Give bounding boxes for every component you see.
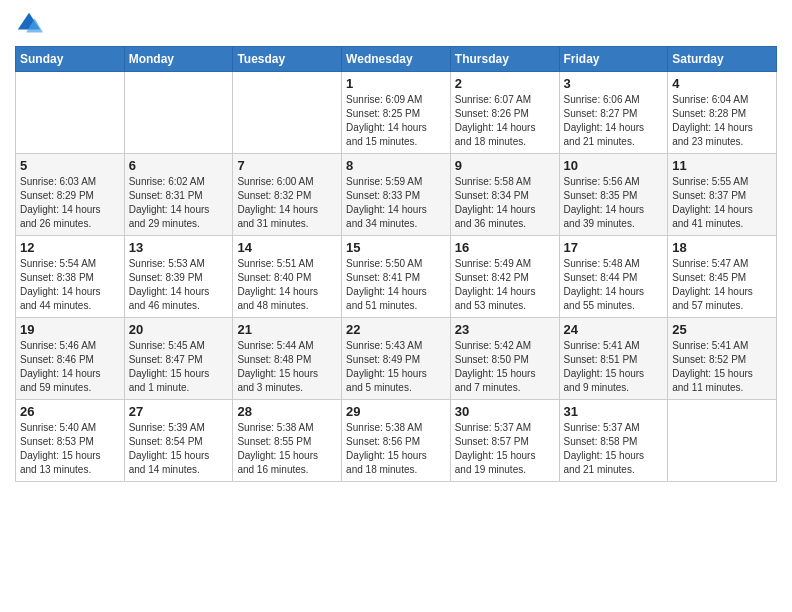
day-number: 7	[237, 158, 337, 173]
calendar-cell: 1Sunrise: 6:09 AM Sunset: 8:25 PM Daylig…	[342, 72, 451, 154]
calendar-cell: 22Sunrise: 5:43 AM Sunset: 8:49 PM Dayli…	[342, 318, 451, 400]
day-number: 25	[672, 322, 772, 337]
calendar-cell: 11Sunrise: 5:55 AM Sunset: 8:37 PM Dayli…	[668, 154, 777, 236]
day-of-week-header: Tuesday	[233, 47, 342, 72]
day-info: Sunrise: 5:38 AM Sunset: 8:56 PM Dayligh…	[346, 421, 446, 477]
day-info: Sunrise: 5:58 AM Sunset: 8:34 PM Dayligh…	[455, 175, 555, 231]
day-info: Sunrise: 5:48 AM Sunset: 8:44 PM Dayligh…	[564, 257, 664, 313]
calendar-week-row: 26Sunrise: 5:40 AM Sunset: 8:53 PM Dayli…	[16, 400, 777, 482]
calendar-cell: 30Sunrise: 5:37 AM Sunset: 8:57 PM Dayli…	[450, 400, 559, 482]
day-number: 23	[455, 322, 555, 337]
day-info: Sunrise: 6:02 AM Sunset: 8:31 PM Dayligh…	[129, 175, 229, 231]
calendar-cell: 2Sunrise: 6:07 AM Sunset: 8:26 PM Daylig…	[450, 72, 559, 154]
calendar-cell: 27Sunrise: 5:39 AM Sunset: 8:54 PM Dayli…	[124, 400, 233, 482]
day-number: 14	[237, 240, 337, 255]
day-number: 28	[237, 404, 337, 419]
day-info: Sunrise: 6:04 AM Sunset: 8:28 PM Dayligh…	[672, 93, 772, 149]
day-number: 12	[20, 240, 120, 255]
calendar-cell: 10Sunrise: 5:56 AM Sunset: 8:35 PM Dayli…	[559, 154, 668, 236]
calendar-cell	[124, 72, 233, 154]
calendar-week-row: 12Sunrise: 5:54 AM Sunset: 8:38 PM Dayli…	[16, 236, 777, 318]
day-number: 18	[672, 240, 772, 255]
day-info: Sunrise: 5:53 AM Sunset: 8:39 PM Dayligh…	[129, 257, 229, 313]
calendar-cell	[16, 72, 125, 154]
logo	[15, 10, 45, 38]
logo-icon	[15, 10, 43, 38]
day-number: 24	[564, 322, 664, 337]
day-info: Sunrise: 5:43 AM Sunset: 8:49 PM Dayligh…	[346, 339, 446, 395]
day-number: 5	[20, 158, 120, 173]
calendar-cell: 3Sunrise: 6:06 AM Sunset: 8:27 PM Daylig…	[559, 72, 668, 154]
day-info: Sunrise: 5:54 AM Sunset: 8:38 PM Dayligh…	[20, 257, 120, 313]
day-number: 31	[564, 404, 664, 419]
page-header	[15, 10, 777, 38]
day-info: Sunrise: 5:37 AM Sunset: 8:57 PM Dayligh…	[455, 421, 555, 477]
calendar-cell: 7Sunrise: 6:00 AM Sunset: 8:32 PM Daylig…	[233, 154, 342, 236]
day-number: 21	[237, 322, 337, 337]
calendar-cell: 14Sunrise: 5:51 AM Sunset: 8:40 PM Dayli…	[233, 236, 342, 318]
calendar-week-row: 5Sunrise: 6:03 AM Sunset: 8:29 PM Daylig…	[16, 154, 777, 236]
day-info: Sunrise: 6:09 AM Sunset: 8:25 PM Dayligh…	[346, 93, 446, 149]
calendar-cell: 6Sunrise: 6:02 AM Sunset: 8:31 PM Daylig…	[124, 154, 233, 236]
calendar-cell: 8Sunrise: 5:59 AM Sunset: 8:33 PM Daylig…	[342, 154, 451, 236]
day-number: 11	[672, 158, 772, 173]
day-info: Sunrise: 5:51 AM Sunset: 8:40 PM Dayligh…	[237, 257, 337, 313]
day-info: Sunrise: 6:06 AM Sunset: 8:27 PM Dayligh…	[564, 93, 664, 149]
day-info: Sunrise: 6:03 AM Sunset: 8:29 PM Dayligh…	[20, 175, 120, 231]
day-info: Sunrise: 5:37 AM Sunset: 8:58 PM Dayligh…	[564, 421, 664, 477]
calendar-cell: 26Sunrise: 5:40 AM Sunset: 8:53 PM Dayli…	[16, 400, 125, 482]
day-number: 3	[564, 76, 664, 91]
day-number: 13	[129, 240, 229, 255]
day-number: 6	[129, 158, 229, 173]
day-number: 4	[672, 76, 772, 91]
day-number: 27	[129, 404, 229, 419]
day-info: Sunrise: 5:55 AM Sunset: 8:37 PM Dayligh…	[672, 175, 772, 231]
calendar-cell: 5Sunrise: 6:03 AM Sunset: 8:29 PM Daylig…	[16, 154, 125, 236]
day-number: 1	[346, 76, 446, 91]
day-number: 2	[455, 76, 555, 91]
day-info: Sunrise: 5:38 AM Sunset: 8:55 PM Dayligh…	[237, 421, 337, 477]
calendar-table: SundayMondayTuesdayWednesdayThursdayFrid…	[15, 46, 777, 482]
calendar-header-row: SundayMondayTuesdayWednesdayThursdayFrid…	[16, 47, 777, 72]
day-info: Sunrise: 5:41 AM Sunset: 8:52 PM Dayligh…	[672, 339, 772, 395]
day-info: Sunrise: 5:40 AM Sunset: 8:53 PM Dayligh…	[20, 421, 120, 477]
day-number: 8	[346, 158, 446, 173]
day-info: Sunrise: 5:49 AM Sunset: 8:42 PM Dayligh…	[455, 257, 555, 313]
day-info: Sunrise: 5:56 AM Sunset: 8:35 PM Dayligh…	[564, 175, 664, 231]
calendar-cell: 18Sunrise: 5:47 AM Sunset: 8:45 PM Dayli…	[668, 236, 777, 318]
calendar-cell: 9Sunrise: 5:58 AM Sunset: 8:34 PM Daylig…	[450, 154, 559, 236]
calendar-cell: 24Sunrise: 5:41 AM Sunset: 8:51 PM Dayli…	[559, 318, 668, 400]
day-of-week-header: Monday	[124, 47, 233, 72]
day-info: Sunrise: 6:00 AM Sunset: 8:32 PM Dayligh…	[237, 175, 337, 231]
calendar-cell: 16Sunrise: 5:49 AM Sunset: 8:42 PM Dayli…	[450, 236, 559, 318]
day-number: 17	[564, 240, 664, 255]
calendar-cell: 15Sunrise: 5:50 AM Sunset: 8:41 PM Dayli…	[342, 236, 451, 318]
calendar-cell: 29Sunrise: 5:38 AM Sunset: 8:56 PM Dayli…	[342, 400, 451, 482]
calendar-cell: 31Sunrise: 5:37 AM Sunset: 8:58 PM Dayli…	[559, 400, 668, 482]
day-number: 19	[20, 322, 120, 337]
day-of-week-header: Saturday	[668, 47, 777, 72]
day-info: Sunrise: 5:50 AM Sunset: 8:41 PM Dayligh…	[346, 257, 446, 313]
day-number: 16	[455, 240, 555, 255]
day-info: Sunrise: 5:46 AM Sunset: 8:46 PM Dayligh…	[20, 339, 120, 395]
day-info: Sunrise: 5:45 AM Sunset: 8:47 PM Dayligh…	[129, 339, 229, 395]
day-number: 20	[129, 322, 229, 337]
calendar-cell: 25Sunrise: 5:41 AM Sunset: 8:52 PM Dayli…	[668, 318, 777, 400]
day-number: 29	[346, 404, 446, 419]
day-info: Sunrise: 5:59 AM Sunset: 8:33 PM Dayligh…	[346, 175, 446, 231]
calendar-cell: 20Sunrise: 5:45 AM Sunset: 8:47 PM Dayli…	[124, 318, 233, 400]
day-of-week-header: Wednesday	[342, 47, 451, 72]
calendar-cell: 12Sunrise: 5:54 AM Sunset: 8:38 PM Dayli…	[16, 236, 125, 318]
day-of-week-header: Thursday	[450, 47, 559, 72]
calendar-cell: 21Sunrise: 5:44 AM Sunset: 8:48 PM Dayli…	[233, 318, 342, 400]
calendar-cell: 13Sunrise: 5:53 AM Sunset: 8:39 PM Dayli…	[124, 236, 233, 318]
day-info: Sunrise: 5:39 AM Sunset: 8:54 PM Dayligh…	[129, 421, 229, 477]
day-info: Sunrise: 5:44 AM Sunset: 8:48 PM Dayligh…	[237, 339, 337, 395]
day-of-week-header: Sunday	[16, 47, 125, 72]
day-number: 22	[346, 322, 446, 337]
day-number: 26	[20, 404, 120, 419]
day-info: Sunrise: 6:07 AM Sunset: 8:26 PM Dayligh…	[455, 93, 555, 149]
calendar-cell: 28Sunrise: 5:38 AM Sunset: 8:55 PM Dayli…	[233, 400, 342, 482]
calendar-cell: 19Sunrise: 5:46 AM Sunset: 8:46 PM Dayli…	[16, 318, 125, 400]
calendar-cell: 23Sunrise: 5:42 AM Sunset: 8:50 PM Dayli…	[450, 318, 559, 400]
